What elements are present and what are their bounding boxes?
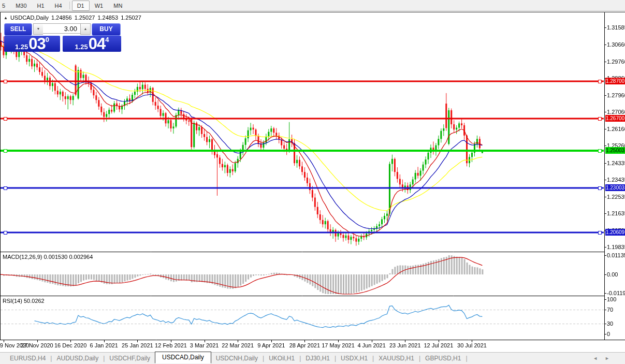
panel-collapse-icon[interactable]: ▲ <box>4 16 8 20</box>
rsi-label: RSI(14) 50.0262 <box>3 298 45 304</box>
chart-header: ▲ USDCAD,Daily 1.24856 1.25027 1.24853 1… <box>4 14 144 21</box>
macd-axis-label: 0.00 <box>607 271 618 278</box>
buy-price-major: 1.25 <box>75 43 88 51</box>
price-line-badge: 1.25003 <box>605 147 625 154</box>
volume-increase-button[interactable]: ▲ <box>80 23 91 35</box>
date-axis-label: 6 Jan 2021 <box>90 342 118 348</box>
date-axis-label: 27 Nov 2020 <box>21 342 53 348</box>
sell-price-point: 0 <box>46 36 49 43</box>
triangle-up-icon: ▲ <box>84 27 88 31</box>
chart-tab-usdcad-daily[interactable]: USDCAD,Daily <box>155 352 211 363</box>
price-axis-label: 1.22535 <box>607 194 625 200</box>
triangle-down-icon: ▼ <box>37 27 40 31</box>
date-axis-label: 3 Mar 2021 <box>190 342 219 348</box>
sell-button[interactable]: SELL <box>4 23 32 36</box>
price-axis-label: 1.21635 <box>607 210 625 216</box>
buy-price-point: 4 <box>105 36 109 43</box>
date-axis-label: 23 Jun 2021 <box>389 342 421 348</box>
date-axis-label: 22 Mar 2021 <box>222 342 254 348</box>
chart-tab-usdcnh-daily[interactable]: USDCNH,Daily <box>211 353 263 363</box>
chart-tab-eurusd-h4[interactable]: EURUSD,H4 <box>5 353 50 363</box>
chart-tab-usdx-h1[interactable]: USDX,H1 <box>336 353 372 363</box>
rsi-axis-label: 30 <box>607 321 613 327</box>
date-axis-label: 28 Apr 2021 <box>289 342 320 348</box>
ohlc-high: 1.25027 <box>75 14 95 21</box>
macd-axis-label: -0.011904 <box>607 290 625 296</box>
macd-name: MACD(12,26,9) <box>3 254 42 260</box>
price-axis-label: 1.31585 <box>607 24 625 31</box>
sell-price-display[interactable]: 1.25 03 0 <box>4 36 60 52</box>
rsi-axis-label: 70 <box>607 307 613 313</box>
price-axis-label: 1.27060 <box>607 109 625 115</box>
buy-button[interactable]: BUY <box>92 23 121 36</box>
buy-price-pips: 04 <box>89 37 105 51</box>
ohlc-open: 1.24856 <box>51 14 72 21</box>
tab-scroll-right-icon[interactable]: ► <box>605 356 617 361</box>
chart-tab-gbpusd-h1[interactable]: GBPUSD,H1 <box>420 353 466 363</box>
chart-canvas[interactable] <box>0 0 625 364</box>
price-line-badge: 1.20609 <box>605 229 625 236</box>
date-axis-label: 4 Jun 2021 <box>357 342 385 348</box>
sell-price-pips: 03 <box>28 37 45 51</box>
chart-tab-dj30-h1[interactable]: DJ30,H1 <box>301 353 335 363</box>
tab-scroll-arrows: ◄► <box>593 356 617 361</box>
date-axis-label: 12 Feb 2021 <box>155 342 187 348</box>
sell-price-major: 1.25 <box>15 43 28 51</box>
volume-decrease-button[interactable]: ▼ <box>33 23 43 35</box>
tab-separator: | <box>466 355 467 362</box>
price-axis-label: 1.29760 <box>607 59 625 65</box>
macd-axis-label: 0.01135 <box>607 252 625 258</box>
price-axis-label: 1.26160 <box>607 126 625 132</box>
price-axis-label: 1.23435 <box>607 177 625 183</box>
price-line-badge: 1.23003 <box>605 184 625 191</box>
chart-title: USDCAD,Daily <box>10 14 49 21</box>
ohlc-low: 1.24853 <box>97 14 118 21</box>
date-axis-label: 12 Jul 2021 <box>424 342 453 348</box>
date-axis-label: 17 May 2021 <box>322 342 355 348</box>
rsi-name: RSI(14) <box>3 298 22 304</box>
price-axis-label: 1.27960 <box>607 92 625 98</box>
rsi-axis-label: 0 <box>607 331 610 337</box>
date-axis-label: 9 Apr 2021 <box>257 342 285 348</box>
buy-price-display[interactable]: 1.25 04 4 <box>63 36 121 52</box>
date-axis-label: 25 Jan 2021 <box>122 342 153 348</box>
rsi-axis-label: 100 <box>607 296 616 302</box>
chart-tab-audusd-daily[interactable]: AUDUSD,Daily <box>52 353 103 363</box>
date-axis-label: 16 Dec 2020 <box>54 342 86 348</box>
chart-tab-bar: EURUSD,H4|AUDUSD,Daily|USDCHF,DailyUSDCA… <box>0 352 625 364</box>
price-line-badge: 1.26700 <box>605 115 625 122</box>
price-axis-label: 1.30660 <box>607 41 625 48</box>
chart-tab-ukoil-h1[interactable]: UKOil,H1 <box>264 353 299 363</box>
rsi-values: 50.0262 <box>24 298 45 304</box>
price-axis-label: 1.24335 <box>607 160 625 166</box>
ohlc-close: 1.25027 <box>121 14 141 21</box>
price-axis-label: 1.19835 <box>607 244 625 250</box>
volume-input[interactable] <box>43 23 80 34</box>
macd-values: 0.001530 0.002964 <box>43 254 93 260</box>
chart-tab-xauusd-h1[interactable]: XAUUSD,H1 <box>374 353 419 363</box>
date-axis-label: 30 Jul 2021 <box>457 342 487 348</box>
price-line-badge: 1.28700 <box>605 78 625 84</box>
tab-scroll-left-icon[interactable]: ◄ <box>593 356 605 361</box>
macd-label: MACD(12,26,9) 0.001530 0.002964 <box>3 254 93 260</box>
chart-tab-usdchf-daily[interactable]: USDCHF,Daily <box>105 353 155 363</box>
one-click-trading-panel: SELL ▼ ▲ BUY 1.25 03 0 1.25 04 4 <box>4 23 121 52</box>
